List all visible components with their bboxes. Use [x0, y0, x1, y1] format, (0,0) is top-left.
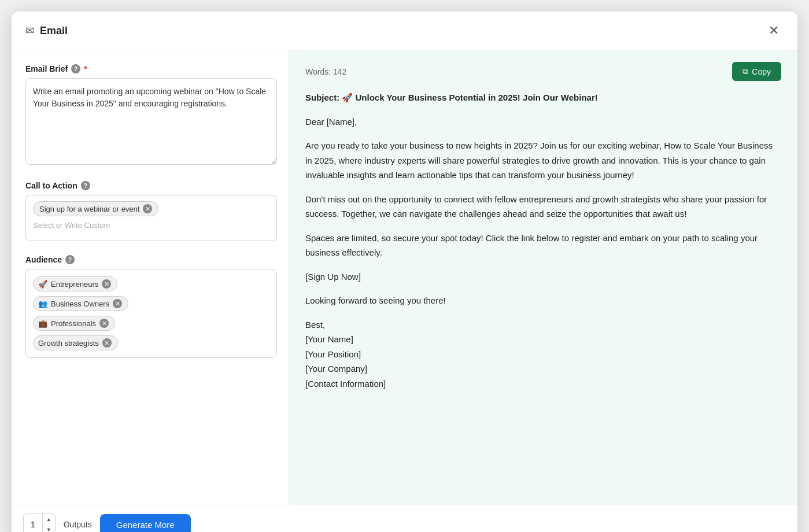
- cta-box[interactable]: Sign up for a webinar or event ✕ Select …: [25, 195, 277, 241]
- copy-icon: ⧉: [742, 66, 748, 76]
- audience-tag-growth-strategists: Growth strategists ✕: [33, 335, 118, 350]
- audience-tag-entrepreneurs: 🚀 Entrepreneurs ✕: [33, 276, 117, 291]
- cta-placeholder: Select or Write Custom: [33, 221, 269, 230]
- salutation: Dear [Name],: [305, 114, 781, 130]
- subject-line: Subject: 🚀 Unlock Your Business Potentia…: [305, 90, 781, 105]
- brief-required: *: [84, 64, 87, 73]
- cta-help-icon[interactable]: ?: [81, 181, 90, 190]
- sign-off-line2: [Your Name]: [305, 332, 781, 347]
- list-item: 💼 Professionals ✕: [33, 316, 269, 331]
- output-header: Words: 142 ⧉ Copy: [305, 62, 781, 81]
- bottom-bar: 1 ▲ ▼ Outputs Generate More: [12, 505, 289, 532]
- sign-off-line1: Best,: [305, 317, 781, 332]
- cta-tag-row: Sign up for a webinar or event ✕: [33, 201, 269, 221]
- list-item: 👥 Business Owners ✕: [33, 296, 269, 311]
- audience-help-icon[interactable]: ?: [65, 255, 75, 264]
- right-panel: Words: 142 ⧉ Copy Subject: 🚀 Unlock Your…: [289, 50, 797, 505]
- close-button[interactable]: ✕: [764, 22, 784, 39]
- audience-remove-business-owners[interactable]: ✕: [113, 299, 122, 308]
- email-content: Subject: 🚀 Unlock Your Business Potentia…: [305, 90, 781, 391]
- left-panel: Email Brief ? * Write an email promoting…: [12, 50, 289, 505]
- audience-tag-business-owners: 👥 Business Owners ✕: [33, 296, 128, 311]
- stepper-up[interactable]: ▲: [43, 514, 55, 524]
- brief-help-icon[interactable]: ?: [71, 64, 80, 73]
- word-count: Words: 142: [305, 67, 346, 76]
- email-brief-section: Email Brief ? * Write an email promoting…: [25, 64, 277, 167]
- audience-section: Audience ? 🚀 Entrepreneurs ✕ 👥: [25, 255, 277, 358]
- list-item: 🚀 Entrepreneurs ✕: [33, 276, 269, 291]
- cta-text: [Sign Up Now]: [305, 269, 781, 285]
- sign-off: Best, [Your Name] [Your Position] [Your …: [305, 317, 781, 391]
- copy-label: Copy: [752, 67, 771, 76]
- sign-off-line5: [Contact Information]: [305, 376, 781, 391]
- modal-body: Email Brief ? * Write an email promoting…: [12, 50, 797, 505]
- outputs-value: 1: [24, 514, 43, 532]
- stepper-down[interactable]: ▼: [43, 524, 55, 532]
- copy-button[interactable]: ⧉ Copy: [732, 62, 781, 81]
- email-icon: ✉: [25, 24, 34, 37]
- audience-box: 🚀 Entrepreneurs ✕ 👥 Business Owners ✕: [25, 269, 277, 358]
- cta-label: Call to Action ?: [25, 181, 277, 190]
- brief-label: Email Brief ? *: [25, 64, 277, 73]
- sign-off-line4: [Your Company]: [305, 361, 781, 376]
- stepper-buttons: ▲ ▼: [43, 514, 55, 532]
- cta-section: Call to Action ? Sign up for a webinar o…: [25, 181, 277, 241]
- audience-remove-growth-strategists[interactable]: ✕: [102, 338, 112, 348]
- generate-more-button[interactable]: Generate More: [100, 514, 191, 533]
- paragraph-1: Are you ready to take your business to n…: [305, 138, 781, 183]
- paragraph-2: Don't miss out on the opportunity to con…: [305, 192, 781, 221]
- paragraph-3: Spaces are limited, so secure your spot …: [305, 231, 781, 260]
- audience-remove-entrepreneurs[interactable]: ✕: [102, 279, 111, 289]
- header-left: ✉ Email: [25, 24, 764, 37]
- sign-off-line3: [Your Position]: [305, 347, 781, 362]
- outputs-stepper[interactable]: 1 ▲ ▼: [23, 513, 56, 532]
- email-modal: ✉ Email ✕ Email Brief ? * Write an email…: [12, 12, 797, 532]
- cta-tag-remove[interactable]: ✕: [143, 204, 152, 213]
- closing: Looking forward to seeing you there!: [305, 293, 781, 308]
- modal-title: Email: [40, 25, 68, 37]
- audience-remove-professionals[interactable]: ✕: [99, 319, 109, 328]
- audience-label: Audience ?: [25, 255, 277, 264]
- audience-tag-professionals: 💼 Professionals ✕: [33, 316, 115, 331]
- brief-textarea[interactable]: Write an email promoting an upcoming web…: [25, 78, 277, 165]
- modal-header: ✉ Email ✕: [12, 12, 797, 50]
- outputs-label: Outputs: [64, 520, 92, 529]
- list-item: Growth strategists ✕: [33, 335, 269, 350]
- cta-tag: Sign up for a webinar or event ✕: [33, 201, 158, 216]
